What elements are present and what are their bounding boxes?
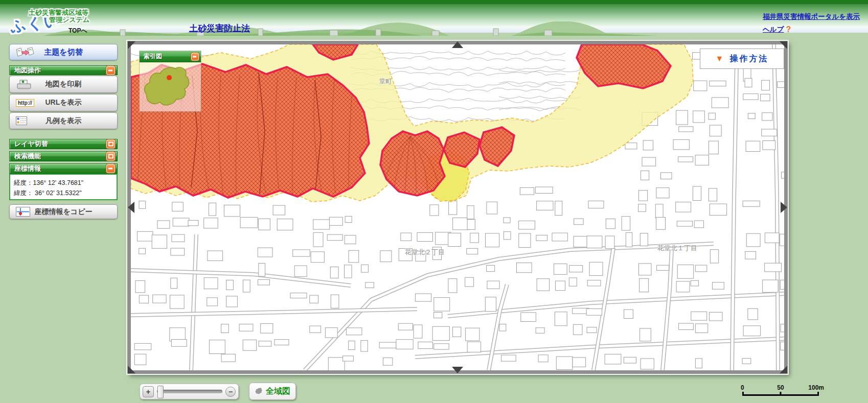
- latitude-value: 緯度： 36° 02' 31.5322": [14, 188, 117, 198]
- index-map-body[interactable]: [140, 62, 201, 111]
- crosshair-icon: [16, 207, 30, 217]
- zoom-out-button[interactable]: −: [225, 387, 236, 397]
- top-link[interactable]: TOPへ: [68, 27, 87, 35]
- scale-tick-0: 0: [741, 384, 744, 391]
- section-map-operations: 地図操作: [9, 65, 118, 75]
- index-map-title: 索引図: [140, 52, 162, 61]
- operation-help-button[interactable]: ▼ 操作方法: [700, 49, 784, 69]
- printer-icon: [16, 79, 32, 90]
- special-zone-red: [380, 131, 445, 196]
- pan-down-arrow[interactable]: [452, 367, 463, 373]
- section-search-title: 検索機能: [10, 152, 41, 161]
- zoom-in-button[interactable]: +: [143, 386, 154, 397]
- expand-box-icon[interactable]: [106, 140, 115, 149]
- pan-southeast-arrow[interactable]: [780, 366, 787, 373]
- map-frame: 堂町 花堂北２丁目 花堂北１丁目 索引図 ▼: [127, 41, 788, 374]
- help-link[interactable]: ヘルプ: [763, 25, 784, 34]
- coordinates-readout: 経度：136° 12' 43.7681" 緯度： 36° 02' 31.5322…: [9, 174, 118, 200]
- app-page: ふくい 土砂災害警戒区域等 管理システム TOPへ 土砂災害防止法 福井県災害情…: [0, 0, 868, 403]
- prefecture-icon: [255, 387, 263, 396]
- app-logo: ふくい 土砂災害警戒区域等 管理システム TOPへ: [19, 5, 132, 36]
- operation-help-label: 操作方法: [729, 54, 768, 64]
- logo-title-line2: 管理システム: [49, 15, 89, 25]
- overview-map-button[interactable]: 全域図: [249, 383, 296, 400]
- scale-bar-line: [742, 392, 819, 396]
- http-url-icon: http://: [16, 99, 34, 107]
- pan-up-arrow[interactable]: [452, 41, 463, 48]
- index-map-header: 索引図: [140, 51, 201, 62]
- pan-northeast-arrow[interactable]: [780, 41, 787, 49]
- longitude-value: 経度：136° 12' 43.7681": [14, 178, 117, 188]
- section-coordinates-title: 座標情報: [10, 164, 41, 173]
- zoom-slider-track[interactable]: [157, 390, 222, 393]
- zoom-slider-control: + −: [140, 384, 239, 399]
- pan-right-arrow[interactable]: [781, 202, 787, 213]
- theme-switch-button[interactable]: 主題を切替: [9, 44, 118, 60]
- map-canvas[interactable]: 堂町 花堂北２丁目 花堂北１丁目 索引図 ▼: [131, 44, 784, 370]
- section-layer-switch-title: レイヤ切替: [10, 139, 48, 149]
- section-search: 検索機能: [9, 151, 118, 161]
- triangle-down-icon: ▼: [716, 54, 724, 63]
- index-map-panel: 索引図: [139, 51, 201, 112]
- map-graphics: [131, 44, 784, 370]
- pan-northwest-arrow[interactable]: [128, 41, 135, 49]
- help-question-icon[interactable]: ?: [786, 25, 791, 34]
- show-url-button[interactable]: http:// URLを表示: [9, 94, 118, 111]
- header: ふくい 土砂災害警戒区域等 管理システム TOPへ 土砂災害防止法 福井県災害情…: [0, 4, 868, 33]
- expand-box-icon[interactable]: [106, 152, 115, 161]
- collapse-minus-icon[interactable]: [191, 53, 199, 60]
- print-map-button[interactable]: 地図を印刷: [9, 76, 118, 93]
- theme-maps-icon: [16, 47, 34, 57]
- cityscape-illustration: [43, 21, 657, 36]
- law-title-link[interactable]: 土砂災害防止法: [189, 22, 250, 34]
- current-location-dot: [167, 75, 172, 80]
- section-map-operations-title: 地図操作: [10, 66, 41, 75]
- scale-bar: 0 50 100m: [742, 384, 819, 396]
- copy-coordinates-button[interactable]: 座標情報をコピー: [9, 204, 118, 219]
- scale-tick-50: 50: [777, 384, 784, 391]
- place-label: 花堂北１丁目: [657, 244, 697, 253]
- overview-map-label: 全域図: [266, 386, 290, 397]
- section-layer-switch: レイヤ切替: [9, 139, 118, 149]
- place-label: 堂町: [379, 77, 392, 86]
- portal-link[interactable]: 福井県災害情報ポータルを表示: [763, 12, 865, 21]
- show-legend-button[interactable]: 凡例を表示: [9, 112, 118, 129]
- collapse-minus-icon[interactable]: [106, 66, 115, 75]
- zoom-slider-handle[interactable]: [157, 386, 164, 398]
- pan-southwest-arrow[interactable]: [128, 366, 135, 373]
- pan-left-arrow[interactable]: [128, 202, 134, 213]
- place-label: 花堂北２丁目: [405, 248, 445, 257]
- collapse-minus-icon[interactable]: [106, 164, 115, 173]
- section-coordinates: 座標情報: [9, 163, 118, 174]
- scale-tick-100: 100m: [808, 384, 824, 391]
- legend-grid-icon: [16, 116, 27, 125]
